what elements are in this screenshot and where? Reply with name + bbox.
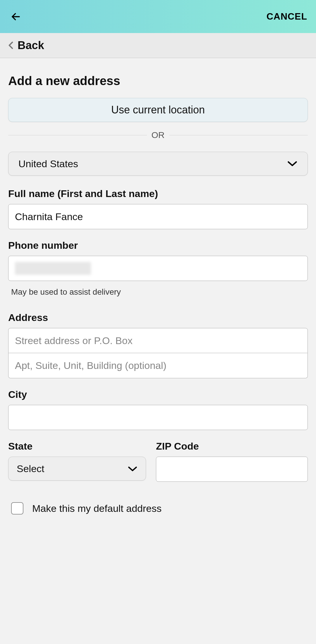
default-address-checkbox[interactable] [11, 502, 23, 514]
state-select[interactable]: Select [8, 457, 146, 481]
address-label: Address [8, 312, 308, 323]
zip-input[interactable] [163, 464, 301, 475]
state-label: State [8, 441, 146, 452]
city-input[interactable] [15, 412, 301, 423]
address-input-group [8, 328, 308, 378]
country-selected-value: United States [18, 158, 78, 170]
default-address-row: Make this my default address [8, 502, 308, 514]
country-select[interactable]: United States [8, 152, 308, 176]
phone-input[interactable] [8, 256, 308, 281]
chevron-down-icon [287, 158, 298, 170]
state-zip-row: State Select ZIP Code [8, 439, 308, 482]
phone-help-text: May be used to assist delivery [8, 287, 308, 297]
default-address-label: Make this my default address [32, 503, 162, 514]
fullname-input[interactable] [15, 211, 301, 222]
phone-label: Phone number [8, 240, 308, 251]
breadcrumb[interactable]: Back [0, 33, 316, 58]
page-title: Add a new address [8, 74, 308, 88]
breadcrumb-label: Back [18, 39, 44, 52]
back-arrow-icon[interactable] [9, 10, 23, 24]
fullname-label: Full name (First and Last name) [8, 188, 308, 199]
divider-line-right [169, 135, 308, 135]
phone-redacted-value [15, 262, 91, 275]
app-top-bar: CANCEL [0, 0, 316, 33]
state-selected-value: Select [17, 463, 44, 474]
city-label: City [8, 389, 308, 400]
apt-input-wrapper [8, 353, 308, 378]
use-location-button[interactable]: Use current location [8, 98, 308, 122]
or-divider: OR [8, 130, 308, 140]
divider-line-left [8, 135, 147, 135]
or-text: OR [147, 130, 169, 140]
street-input[interactable] [15, 335, 301, 346]
apt-input[interactable] [15, 360, 301, 371]
use-location-label: Use current location [111, 104, 205, 116]
fullname-input-wrapper [8, 204, 308, 229]
street-input-wrapper [8, 328, 308, 353]
city-input-wrapper [8, 405, 308, 430]
cancel-button[interactable]: CANCEL [267, 11, 307, 22]
zip-input-wrapper [156, 457, 308, 482]
zip-label: ZIP Code [156, 441, 308, 452]
chevron-left-icon [8, 41, 13, 49]
chevron-down-icon [128, 463, 138, 474]
